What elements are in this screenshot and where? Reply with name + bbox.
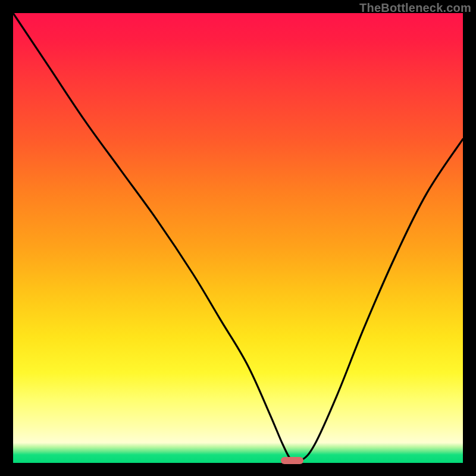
attribution-text: TheBottleneck.com xyxy=(359,1,471,15)
optimal-marker xyxy=(281,457,303,464)
curve-path xyxy=(13,13,463,463)
plot-area xyxy=(13,13,463,463)
chart-frame: TheBottleneck.com xyxy=(0,0,476,476)
bottleneck-curve xyxy=(13,13,463,463)
